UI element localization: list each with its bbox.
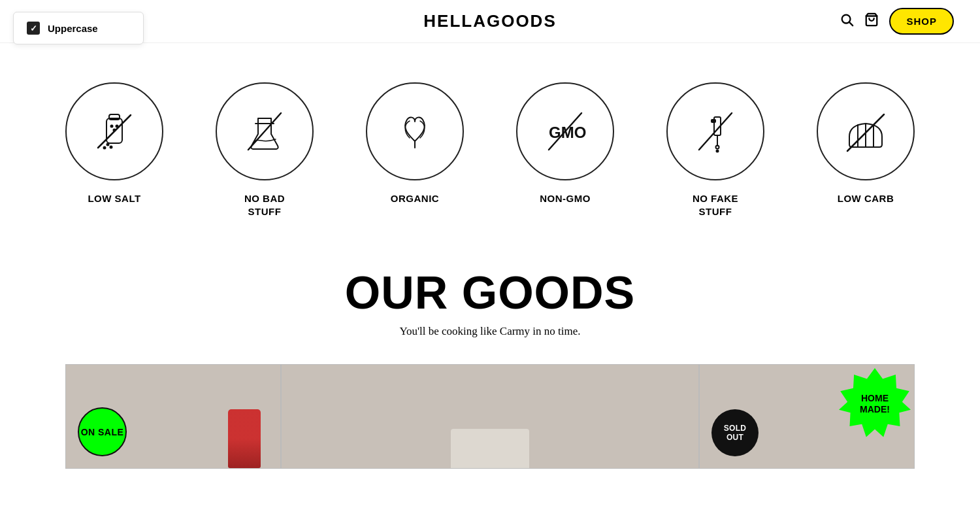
shop-button[interactable]: SHOP [889,8,954,35]
product-card-left[interactable]: ON SALE [65,364,281,469]
feature-label-no-bad-stuff: NO BADSTUFF [244,192,285,218]
feature-low-salt: LOW SALT [39,82,189,205]
feature-organic: ORGANIC [340,82,490,205]
feature-icon-low-carb [817,82,915,180]
feature-icon-no-bad-stuff [216,82,314,180]
svg-text:GMO: GMO [549,124,586,141]
svg-point-6 [116,126,118,127]
feature-icon-organic [366,82,464,180]
goods-section: OUR GOODS You'll be cooking like Carmy i… [0,244,980,469]
svg-point-18 [716,146,719,149]
feature-icon-no-fake-stuff [666,82,764,180]
goods-title: OUR GOODS [39,270,941,316]
svg-line-1 [850,22,853,25]
feature-label-low-salt: LOW SALT [88,192,140,205]
products-row: ON SALE HOMEMADE! SOLDOUT [39,364,941,469]
uppercase-popup: Uppercase [13,12,144,44]
svg-point-5 [111,126,113,127]
home-made-badge: HOMEMADE! [839,368,911,440]
feature-non-gmo: GMO NON-GMO [490,82,640,205]
navbar: ABOUT HELLAGOODS SHOP [0,0,980,43]
feature-label-non-gmo: NON-GMO [540,192,591,205]
feature-low-carb: LOW CARB [791,82,941,205]
on-sale-badge: ON SALE [78,407,127,456]
cart-icon[interactable] [864,12,879,30]
features-section: LOW SALT NO BADSTUFF [0,43,980,244]
feature-label-no-fake-stuff: NO FAKESTUFF [693,192,738,218]
svg-point-10 [104,147,106,149]
feature-icon-low-salt [65,82,163,180]
svg-point-21 [717,150,719,152]
site-logo: HELLAGOODS [423,11,556,31]
svg-point-9 [110,146,112,148]
svg-point-8 [107,144,109,146]
feature-label-low-carb: LOW CARB [838,192,894,205]
feature-label-organic: ORGANIC [391,192,439,205]
sold-out-badge: SOLDOUT [711,409,759,456]
nav-right: SHOP [840,8,954,35]
goods-subtitle: You'll be cooking like Carmy in no time. [39,325,941,338]
product-card-center[interactable] [281,364,699,469]
uppercase-label: Uppercase [48,23,98,34]
feature-no-bad-stuff: NO BADSTUFF [189,82,340,218]
product-card-right[interactable]: HOMEMADE! SOLDOUT [699,364,915,469]
svg-line-22 [699,113,732,150]
search-icon[interactable] [840,12,854,30]
feature-icon-non-gmo: GMO [516,82,614,180]
checkbox-icon [27,22,40,35]
feature-no-fake-stuff: NO FAKESTUFF [640,82,791,218]
